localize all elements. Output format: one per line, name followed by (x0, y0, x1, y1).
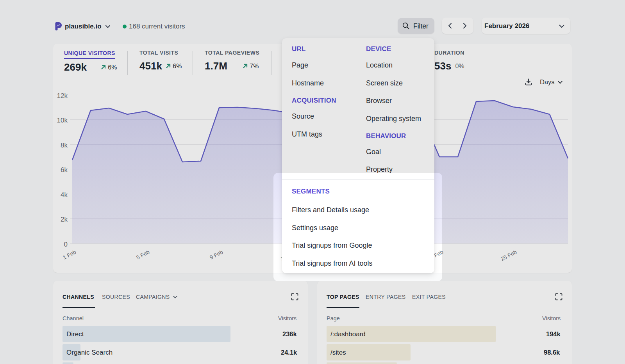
svg-text:8k: 8k (61, 142, 68, 149)
svg-text:0: 0 (64, 241, 68, 248)
svg-text:4k: 4k (61, 191, 68, 199)
svg-text:10k: 10k (57, 117, 68, 124)
svg-text:5 Feb: 5 Feb (135, 249, 150, 261)
svg-text:25 Feb: 25 Feb (500, 249, 518, 262)
svg-text:6k: 6k (61, 166, 68, 174)
svg-text:2k: 2k (61, 216, 68, 223)
svg-text:12k: 12k (57, 92, 68, 99)
svg-text:1 Feb: 1 Feb (62, 249, 77, 261)
svg-text:9 Feb: 9 Feb (209, 249, 224, 261)
